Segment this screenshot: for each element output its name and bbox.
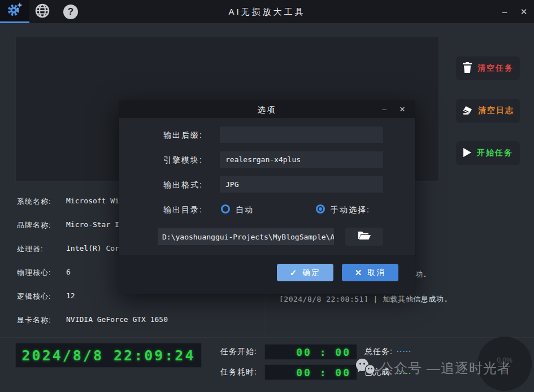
sysinfo-label: 系统名称: (17, 197, 51, 207)
sysinfo-value: NVIDIA GeForce GTX 1650 (66, 315, 168, 324)
title-bar: ? AI无损放大工具 – ✕ (0, 0, 534, 23)
total-tasks-value: ····· (397, 347, 412, 355)
format-input[interactable]: JPG (220, 176, 383, 193)
suffix-input[interactable] (220, 127, 383, 143)
sysinfo-value: 12 (66, 291, 75, 300)
manual-radio-label[interactable]: 手动选择: (331, 205, 370, 215)
bottom-separator (0, 337, 534, 338)
progress-circle: 0.0% (477, 337, 532, 391)
task-elapsed-label: 任务耗时: (220, 367, 257, 377)
sysinfo-value: 6 (66, 268, 71, 276)
auto-radio[interactable] (221, 204, 230, 214)
manual-radio[interactable] (316, 204, 325, 214)
log-line: [2024/8/8 22:08:51] | 加载其他信息成功. (279, 294, 449, 304)
dialog-title-bar: 选项 – ✕ (119, 101, 415, 118)
output-path-input[interactable]: D:\yaoshuanggui-Projects\MyBlogSample\AI… (158, 228, 334, 245)
gear-sparkle-icon (6, 1, 23, 20)
play-icon (463, 147, 472, 159)
clear-tasks-label: 清空任务 (477, 63, 514, 73)
task-elapsed-display: 00 : 00 (264, 364, 357, 380)
dialog-minimize-button[interactable]: – (376, 101, 392, 118)
help-button[interactable]: ? (60, 2, 81, 22)
trash-icon (462, 62, 472, 75)
suffix-label: 输出后缀: (163, 130, 203, 141)
sysinfo-label: 品牌名称: (17, 220, 51, 230)
clear-tasks-button[interactable]: 清空任务 (456, 56, 520, 80)
sysinfo-label: 显卡名称: (17, 315, 51, 325)
close-button[interactable]: ✕ (515, 0, 533, 23)
app-window: ? AI无损放大工具 – ✕ 清空任务 清空日志 (0, 0, 534, 392)
language-button[interactable] (32, 2, 53, 22)
output-dir-label: 输出目录: (163, 205, 203, 215)
eraser-icon (462, 104, 473, 117)
clock-display: 2024/8/8 22:09:24 (15, 343, 202, 368)
dialog-title: 选项 (119, 101, 415, 118)
dialog-footer: ✓ 确定 ✕ 取消 (119, 255, 415, 294)
format-label: 输出格式: (163, 180, 203, 190)
start-task-button[interactable]: 开始任务 (456, 141, 520, 165)
ok-button[interactable]: ✓ 确定 (277, 264, 333, 281)
ok-button-label: 确定 (302, 268, 320, 278)
tab-settings[interactable] (0, 0, 29, 23)
cancel-button[interactable]: ✕ 取消 (342, 264, 398, 281)
task-start-display: 00 : 00 (264, 344, 357, 360)
clear-logs-label: 清空日志 (478, 106, 514, 116)
done-tasks-label: 已完成: (364, 367, 393, 377)
sysinfo-label: 物理核心: (17, 268, 51, 278)
check-icon: ✓ (290, 268, 298, 278)
total-tasks-label: 总任务: (364, 347, 393, 357)
engine-input[interactable]: realesrgan-x4plus (220, 151, 383, 168)
clear-logs-button[interactable]: 清空日志 (456, 99, 520, 123)
browse-folder-button[interactable] (345, 228, 383, 246)
engine-label: 引擎模块: (163, 155, 203, 165)
sysinfo-label: 逻辑核心: (17, 291, 51, 302)
globe-icon (34, 3, 50, 21)
auto-radio-label[interactable]: 自动 (236, 205, 254, 215)
start-task-label: 开始任务 (477, 148, 513, 158)
sysinfo-label: 处理器: (17, 244, 44, 254)
cancel-button-label: 取消 (367, 268, 385, 278)
progress-value: 0.0% (497, 356, 512, 364)
log-line-partial: 功. (415, 269, 427, 280)
help-icon: ? (63, 5, 78, 19)
open-folder-icon (358, 230, 371, 243)
task-start-label: 任务开始: (220, 347, 257, 357)
cross-icon: ✕ (355, 268, 363, 278)
minimize-button[interactable]: – (496, 0, 514, 23)
dialog-close-button[interactable]: ✕ (394, 101, 410, 118)
done-tasks-value: ····· (397, 369, 412, 377)
options-dialog: 选项 – ✕ 输出后缀: 引擎模块: realesrgan-x4plus 输出格… (119, 101, 415, 294)
